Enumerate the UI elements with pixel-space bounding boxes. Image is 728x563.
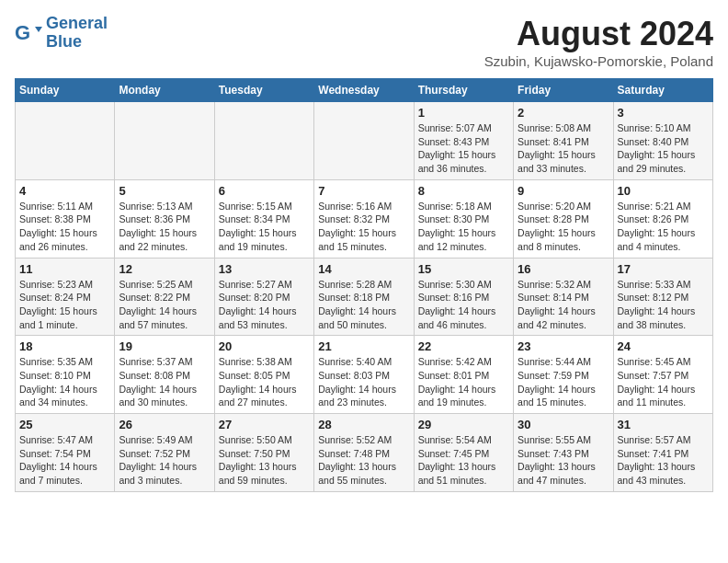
calendar-cell: 1Sunrise: 5:07 AM Sunset: 8:43 PM Daylig… [414,102,513,180]
calendar-table: SundayMondayTuesdayWednesdayThursdayFrid… [15,78,713,492]
logo-icon: G [15,19,42,47]
day-info: Sunrise: 5:52 AM Sunset: 7:48 PM Dayligh… [318,433,409,488]
day-number: 20 [219,339,310,353]
calendar-cell: 11Sunrise: 5:23 AM Sunset: 8:24 PM Dayli… [16,258,115,336]
day-number: 16 [518,262,609,276]
weekday-header-monday: Monday [115,79,214,102]
calendar-cell: 31Sunrise: 5:57 AM Sunset: 7:41 PM Dayli… [613,414,712,492]
day-number: 15 [418,262,509,276]
weekday-header-friday: Friday [514,79,613,102]
day-number: 12 [119,262,210,276]
day-number: 11 [19,262,110,276]
calendar-cell: 14Sunrise: 5:28 AM Sunset: 8:18 PM Dayli… [314,258,414,336]
day-number: 26 [119,418,210,431]
calendar-cell: 18Sunrise: 5:35 AM Sunset: 8:10 PM Dayli… [16,336,115,414]
day-info: Sunrise: 5:28 AM Sunset: 8:18 PM Dayligh… [318,278,409,332]
day-number: 2 [518,106,609,120]
day-info: Sunrise: 5:18 AM Sunset: 8:30 PM Dayligh… [418,200,509,254]
day-info: Sunrise: 5:32 AM Sunset: 8:14 PM Dayligh… [518,278,609,332]
day-info: Sunrise: 5:07 AM Sunset: 8:43 PM Dayligh… [418,121,509,176]
day-info: Sunrise: 5:38 AM Sunset: 8:05 PM Dayligh… [219,355,310,409]
day-number: 28 [318,418,409,431]
day-number: 29 [418,418,509,431]
calendar-week-4: 18Sunrise: 5:35 AM Sunset: 8:10 PM Dayli… [16,336,713,414]
calendar-week-2: 4Sunrise: 5:11 AM Sunset: 8:38 PM Daylig… [16,179,713,258]
title-block: August 2024 Szubin, Kujawsko-Pomorskie, … [484,15,713,69]
day-info: Sunrise: 5:47 AM Sunset: 7:54 PM Dayligh… [19,433,110,488]
day-info: Sunrise: 5:54 AM Sunset: 7:45 PM Dayligh… [418,433,509,488]
day-info: Sunrise: 5:40 AM Sunset: 8:03 PM Dayligh… [318,355,409,409]
day-info: Sunrise: 5:20 AM Sunset: 8:28 PM Dayligh… [518,200,609,254]
calendar-header: SundayMondayTuesdayWednesdayThursdayFrid… [16,79,713,102]
day-info: Sunrise: 5:21 AM Sunset: 8:26 PM Dayligh… [618,200,709,254]
day-info: Sunrise: 5:23 AM Sunset: 8:24 PM Dayligh… [19,278,110,332]
calendar-cell: 26Sunrise: 5:49 AM Sunset: 7:52 PM Dayli… [115,414,214,492]
calendar-week-3: 11Sunrise: 5:23 AM Sunset: 8:24 PM Dayli… [16,258,713,336]
weekday-header-tuesday: Tuesday [214,79,313,102]
day-info: Sunrise: 5:42 AM Sunset: 8:01 PM Dayligh… [418,355,509,409]
svg-marker-1 [35,27,42,32]
day-number: 8 [418,184,509,198]
day-number: 25 [19,418,110,431]
day-number: 5 [119,184,210,198]
calendar-cell: 30Sunrise: 5:55 AM Sunset: 7:43 PM Dayli… [514,414,613,492]
day-number: 1 [418,106,509,120]
day-number: 30 [518,418,609,431]
weekday-header-saturday: Saturday [613,79,712,102]
day-info: Sunrise: 5:10 AM Sunset: 8:40 PM Dayligh… [618,121,709,176]
calendar-cell [16,102,115,180]
calendar-cell: 5Sunrise: 5:13 AM Sunset: 8:36 PM Daylig… [115,179,214,258]
calendar-cell: 7Sunrise: 5:16 AM Sunset: 8:32 PM Daylig… [314,179,414,258]
day-number: 3 [618,106,709,120]
day-number: 6 [219,184,310,198]
page-header: G General Blue August 2024 Szubin, Kujaw… [15,15,713,69]
day-info: Sunrise: 5:45 AM Sunset: 7:57 PM Dayligh… [618,355,709,409]
day-number: 4 [19,184,110,198]
day-info: Sunrise: 5:30 AM Sunset: 8:16 PM Dayligh… [418,278,509,332]
day-number: 22 [418,339,509,353]
weekday-header-wednesday: Wednesday [314,79,414,102]
day-info: Sunrise: 5:37 AM Sunset: 8:08 PM Dayligh… [119,355,210,409]
weekday-header-sunday: Sunday [16,79,115,102]
day-info: Sunrise: 5:27 AM Sunset: 8:20 PM Dayligh… [219,278,310,332]
day-info: Sunrise: 5:44 AM Sunset: 7:59 PM Dayligh… [518,355,609,409]
day-info: Sunrise: 5:13 AM Sunset: 8:36 PM Dayligh… [119,200,210,254]
calendar-cell: 19Sunrise: 5:37 AM Sunset: 8:08 PM Dayli… [115,336,214,414]
calendar-week-1: 1Sunrise: 5:07 AM Sunset: 8:43 PM Daylig… [16,102,713,180]
calendar-cell: 3Sunrise: 5:10 AM Sunset: 8:40 PM Daylig… [613,102,712,180]
day-info: Sunrise: 5:55 AM Sunset: 7:43 PM Dayligh… [518,433,609,488]
day-number: 18 [19,339,110,353]
day-info: Sunrise: 5:49 AM Sunset: 7:52 PM Dayligh… [119,433,210,488]
calendar-cell: 22Sunrise: 5:42 AM Sunset: 8:01 PM Dayli… [414,336,513,414]
calendar-cell [314,102,414,180]
day-number: 10 [618,184,709,198]
day-info: Sunrise: 5:11 AM Sunset: 8:38 PM Dayligh… [19,200,110,254]
calendar-cell: 23Sunrise: 5:44 AM Sunset: 7:59 PM Dayli… [514,336,613,414]
logo-line2: Blue [46,32,82,51]
day-number: 27 [219,418,310,431]
logo: G General Blue [15,15,108,52]
calendar-cell: 9Sunrise: 5:20 AM Sunset: 8:28 PM Daylig… [514,179,613,258]
day-number: 14 [318,262,409,276]
calendar-cell: 16Sunrise: 5:32 AM Sunset: 8:14 PM Dayli… [514,258,613,336]
day-info: Sunrise: 5:25 AM Sunset: 8:22 PM Dayligh… [119,278,210,332]
calendar-week-5: 25Sunrise: 5:47 AM Sunset: 7:54 PM Dayli… [16,414,713,492]
day-info: Sunrise: 5:57 AM Sunset: 7:41 PM Dayligh… [618,433,709,488]
day-info: Sunrise: 5:50 AM Sunset: 7:50 PM Dayligh… [219,433,310,488]
calendar-cell: 28Sunrise: 5:52 AM Sunset: 7:48 PM Dayli… [314,414,414,492]
calendar-cell: 13Sunrise: 5:27 AM Sunset: 8:20 PM Dayli… [214,258,313,336]
month-year: August 2024 [484,15,713,53]
weekday-header-row: SundayMondayTuesdayWednesdayThursdayFrid… [16,79,713,102]
calendar-cell: 20Sunrise: 5:38 AM Sunset: 8:05 PM Dayli… [214,336,313,414]
calendar-cell: 17Sunrise: 5:33 AM Sunset: 8:12 PM Dayli… [613,258,712,336]
day-number: 23 [518,339,609,353]
weekday-header-thursday: Thursday [414,79,513,102]
day-info: Sunrise: 5:08 AM Sunset: 8:41 PM Dayligh… [518,121,609,176]
calendar-cell: 15Sunrise: 5:30 AM Sunset: 8:16 PM Dayli… [414,258,513,336]
day-number: 21 [318,339,409,353]
logo-text: General Blue [46,15,108,52]
calendar-cell [115,102,214,180]
calendar-cell: 4Sunrise: 5:11 AM Sunset: 8:38 PM Daylig… [16,179,115,258]
location: Szubin, Kujawsko-Pomorskie, Poland [484,53,713,69]
calendar-cell: 12Sunrise: 5:25 AM Sunset: 8:22 PM Dayli… [115,258,214,336]
